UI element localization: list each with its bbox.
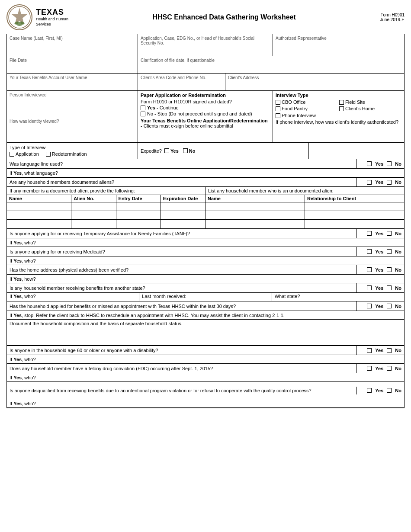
redetermination-checkbox[interactable] xyxy=(46,152,51,157)
age60-who-row: If Yes, who? xyxy=(7,355,404,364)
age60-no-checkbox[interactable] xyxy=(387,348,392,353)
address-input[interactable] xyxy=(228,81,401,89)
tanf-question: Is anyone applying for or receiving Temp… xyxy=(7,229,356,238)
language-no-label: No xyxy=(395,161,401,167)
home-address-question: Has the home address (physical address) … xyxy=(7,265,356,274)
file-date-input[interactable] xyxy=(10,64,135,71)
address-label: Client's Address xyxy=(228,75,401,80)
phone-auth-text: If phone interview, how was client's ide… xyxy=(276,119,401,125)
hhsc-no-checkbox[interactable] xyxy=(387,304,392,308)
age60-yes-checkbox[interactable] xyxy=(367,348,372,353)
alien-row1-name[interactable] xyxy=(7,202,71,211)
disq-no-checkbox[interactable] xyxy=(387,388,392,393)
age60-no-label: No xyxy=(395,348,401,353)
area-code-input[interactable] xyxy=(141,81,222,89)
person-interviewed-input[interactable] xyxy=(10,98,135,106)
redetermination-label: Redetermination xyxy=(52,151,87,157)
hhsc-yes-checkbox[interactable] xyxy=(367,304,372,308)
other-state-yes-label: Yes xyxy=(375,285,383,291)
felony-no-checkbox[interactable] xyxy=(387,366,392,371)
medicaid-who-row: If Yes, who? xyxy=(7,256,404,265)
language-yes-checkbox[interactable] xyxy=(367,161,372,166)
col-relationship-header: Relationship to Client xyxy=(305,195,404,202)
medicaid-no-label: No xyxy=(395,249,401,254)
undoc-row1-relationship[interactable] xyxy=(305,202,404,211)
field-site-checkbox[interactable] xyxy=(339,100,344,105)
phone-auth-input[interactable] xyxy=(276,125,401,131)
application-label: Application, Case, EDG No., or Head of H… xyxy=(141,36,270,45)
application-type-checkbox[interactable] xyxy=(10,152,14,157)
home-address-how-row: If Yes, how? xyxy=(7,275,404,283)
felony-who-row: If Yes, who? xyxy=(7,373,404,382)
document-household-input[interactable] xyxy=(10,326,401,343)
form-title: HHSC Enhanced Data Gathering Worksheet xyxy=(68,13,380,21)
document-household-label: Document the household composition and t… xyxy=(10,321,401,326)
authorized-rep-input[interactable] xyxy=(276,42,401,49)
undoc-row3-relationship[interactable] xyxy=(305,220,404,228)
clarification-input[interactable] xyxy=(141,64,401,71)
alien-row1-expiry[interactable] xyxy=(161,202,205,211)
alien-row3-name[interactable] xyxy=(7,220,71,228)
document-household-box[interactable]: Document the household composition and t… xyxy=(7,320,404,346)
how-identity-input[interactable] xyxy=(10,125,135,132)
medicaid-yes-label: Yes xyxy=(375,249,383,254)
hhsc-no-label: No xyxy=(395,304,401,309)
agency-sub2: Services xyxy=(36,22,68,27)
alien-row1-entry[interactable] xyxy=(116,202,161,211)
col-entry-date-header: Entry Date xyxy=(116,195,161,202)
alien-row2-name[interactable] xyxy=(7,211,71,219)
alien-row1-alien-no[interactable] xyxy=(71,202,116,211)
expedite-no-checkbox[interactable] xyxy=(183,148,188,153)
felony-yes-checkbox[interactable] xyxy=(367,366,372,371)
phone-interview-checkbox[interactable] xyxy=(276,113,280,118)
tanf-yes-checkbox[interactable] xyxy=(367,231,372,236)
medicaid-no-checkbox[interactable] xyxy=(387,249,392,254)
col-expiration-date-header: Expiration Date xyxy=(161,195,205,202)
expedite-yes-checkbox[interactable] xyxy=(164,148,169,153)
agency-logo xyxy=(6,4,32,30)
disq-yes-checkbox[interactable] xyxy=(367,388,372,393)
texas-label: TEXAS xyxy=(36,8,68,17)
tanf-who-row: If Yes, who? xyxy=(7,238,404,247)
field-site-label: Field Site xyxy=(345,99,365,105)
food-pantry-label: Food Pantry xyxy=(282,106,308,111)
agency-sub1: Health and Human xyxy=(36,17,68,22)
yes-continue-checkbox[interactable] xyxy=(141,106,145,110)
case-name-input[interactable] xyxy=(10,42,135,49)
other-state-no-checkbox[interactable] xyxy=(387,285,392,290)
home-no-checkbox[interactable] xyxy=(387,267,392,272)
age60-question: Is anyone in the household age 60 or old… xyxy=(7,346,356,355)
undoc-row3-name[interactable] xyxy=(206,220,305,228)
aliens-yes-label: Yes xyxy=(375,179,383,185)
alien-row2-expiry[interactable] xyxy=(161,211,205,219)
language-line-question: Was language line used? xyxy=(7,159,356,168)
application-input[interactable] xyxy=(141,46,270,54)
medicaid-yes-checkbox[interactable] xyxy=(367,249,372,254)
no-stop-checkbox[interactable] xyxy=(141,112,145,116)
tanf-no-checkbox[interactable] xyxy=(387,231,392,236)
undoc-row2-name[interactable] xyxy=(206,211,305,219)
food-pantry-checkbox[interactable] xyxy=(276,106,280,111)
other-state-no-label: No xyxy=(395,285,401,291)
aliens-yes-checkbox[interactable] xyxy=(367,180,372,185)
alien-row2-entry[interactable] xyxy=(116,211,161,219)
alien-row3-expiry[interactable] xyxy=(161,220,205,228)
ytb-input[interactable] xyxy=(10,81,135,89)
alien-row3-alien-no[interactable] xyxy=(71,220,116,228)
other-state-who: If Yes, who? xyxy=(7,293,139,301)
type-interview-label: Type of Interview xyxy=(10,145,135,150)
alien-row2-alien-no[interactable] xyxy=(71,211,116,219)
language-no-checkbox[interactable] xyxy=(387,161,392,166)
other-state-question: Is any household member receiving benefi… xyxy=(7,283,356,292)
disqualified-question-text: Is anyone disqualified from receiving be… xyxy=(10,388,311,393)
clients-home-checkbox[interactable] xyxy=(339,106,344,111)
hhsc-yes-label: Yes xyxy=(375,304,383,309)
aliens-no-checkbox[interactable] xyxy=(387,180,392,185)
age60-yes-label: Yes xyxy=(375,348,383,353)
undoc-row1-name[interactable] xyxy=(206,202,305,211)
undoc-row2-relationship[interactable] xyxy=(305,211,404,219)
alien-row3-entry[interactable] xyxy=(116,220,161,228)
cbo-office-checkbox[interactable] xyxy=(276,100,280,105)
home-yes-checkbox[interactable] xyxy=(367,267,372,272)
other-state-yes-checkbox[interactable] xyxy=(367,285,372,290)
